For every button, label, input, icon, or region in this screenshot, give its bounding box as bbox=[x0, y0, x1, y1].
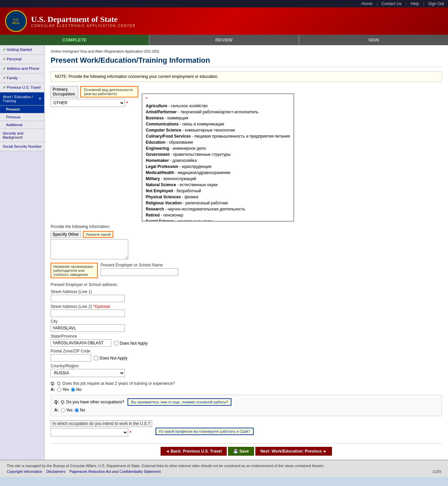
footer-text: This site is managed by the Bureau of Co… bbox=[7, 464, 441, 468]
occ-item-not-employed[interactable]: Not Employed - безработный bbox=[146, 188, 290, 194]
save-button[interactable]: 💾 Save bbox=[228, 447, 254, 456]
occ-item-research[interactable]: Research - научно-исследовательская деят… bbox=[146, 206, 290, 212]
training-yes-radio[interactable] bbox=[57, 388, 61, 392]
other-occ-no-radio[interactable] bbox=[75, 408, 79, 412]
occ-item-artist[interactable]: Artist/Performer - творческий работник/а… bbox=[146, 109, 290, 115]
progress-bar: COMPLETE REVIEW SIGN bbox=[0, 35, 448, 45]
occ-item-government[interactable]: Government - правительственные структуры bbox=[146, 151, 290, 158]
street2-label: Street Address (Line 2) *Optional bbox=[51, 304, 110, 309]
sidebar-item-address[interactable]: ✓ Address and Phone bbox=[0, 64, 44, 74]
sidebar-item-personal[interactable]: ✓ Personal bbox=[0, 55, 44, 64]
specify-other-label: Specify Other bbox=[51, 231, 81, 238]
occ-item-natural-science[interactable]: Natural Science - естественные науки bbox=[146, 182, 290, 188]
street1-input[interactable] bbox=[51, 295, 125, 302]
top-nav: Home | Contact Us | Help | Sign Out bbox=[0, 0, 448, 7]
occ-item-engineering[interactable]: Engineering - инженерное дело bbox=[146, 145, 290, 151]
intend-occupation-section: In which occupation do you intend to wor… bbox=[51, 420, 442, 436]
other-occ-yes-label: Yes bbox=[61, 408, 73, 412]
seal-icon: U.S.SEAL bbox=[5, 10, 27, 32]
signout-link[interactable]: Sign Out bbox=[428, 1, 444, 6]
next-button[interactable]: Next: Work/Education: Previous ► bbox=[255, 447, 332, 456]
sidebar-subitem-additional[interactable]: Additional bbox=[0, 121, 44, 129]
training-q-text: Q: Does this job require at least 2 year… bbox=[57, 381, 175, 386]
content-area: Online Immigrant Visa and Alien Registra… bbox=[45, 45, 448, 460]
sidebar-subitem-previous[interactable]: Previous bbox=[0, 113, 44, 121]
help-link[interactable]: Help bbox=[411, 1, 419, 6]
note-box: NOTE: Provide the following information … bbox=[51, 71, 442, 82]
occ-item-retired[interactable]: Retired - пенсионер bbox=[146, 212, 290, 218]
sidebar-item-previous-travel[interactable]: ✓ Previous U.S. Travel bbox=[0, 83, 44, 92]
training-question: Q: Q: Does this job require at least 2 y… bbox=[51, 381, 442, 392]
sidebar-item-security[interactable]: Security and Background bbox=[0, 129, 44, 142]
required-icon: * bbox=[126, 101, 128, 106]
occ-item-computer-science[interactable]: Computer Science - компьютерные технолог… bbox=[146, 127, 290, 133]
state-dna-label: Does Not Apply bbox=[120, 341, 148, 346]
zip-does-not-apply-checkbox[interactable] bbox=[94, 356, 98, 360]
sidebar-item-family[interactable]: ✓ Family bbox=[0, 74, 44, 83]
zip-label: Postal Zone/ZIP Code bbox=[51, 349, 90, 353]
other-occ-no-label: No bbox=[75, 408, 85, 412]
footer-code: (120) bbox=[432, 469, 441, 474]
zip-input[interactable] bbox=[51, 354, 91, 362]
occ-item-medical[interactable]: Medical/Health - медицина/здравоохранени… bbox=[146, 170, 290, 176]
occ-item-agriculture[interactable]: Agriculture - сельское хозяйство bbox=[146, 103, 290, 109]
training-no-radio[interactable] bbox=[71, 388, 75, 392]
country-select[interactable]: RUSSIA bbox=[51, 369, 125, 377]
street2-input[interactable] bbox=[51, 310, 125, 317]
state-label: State/Province bbox=[51, 334, 77, 339]
training-q-label: Q: bbox=[51, 381, 55, 386]
sidebar-item-work-education[interactable]: Work / Education / Training ▼ bbox=[0, 92, 44, 106]
provide-info-label: Provide the following information: bbox=[51, 224, 442, 229]
occupation-tooltip: Основной вид деятельности (кем вы работа… bbox=[80, 86, 138, 97]
intend-occupation-label: In which occupation do you intend to wor… bbox=[51, 420, 152, 427]
occ-item-military[interactable]: Military - военнослужащий bbox=[146, 176, 290, 182]
primary-occupation-select[interactable]: OTHER Agriculture Artist/Performer Busin… bbox=[51, 99, 125, 107]
state-input[interactable] bbox=[51, 339, 111, 347]
specify-other-textarea[interactable] bbox=[51, 239, 128, 259]
country-label: Country/Region bbox=[51, 364, 79, 368]
breadcrumb: Online Immigrant Visa and Alien Registra… bbox=[51, 49, 442, 53]
training-no-label: No bbox=[71, 387, 81, 392]
occ-item-social-science[interactable]: Social Science - социальные науки bbox=[146, 218, 290, 222]
occ-item-religious[interactable]: Religious Vocation - религиозный работни… bbox=[146, 200, 290, 206]
occ-item-business[interactable]: Business - коммерция bbox=[146, 115, 290, 121]
occ-item-physical-sciences[interactable]: Physical Sciences - физика bbox=[146, 194, 290, 200]
progress-sign: SIGN bbox=[299, 35, 448, 45]
specify-other-tooltip: Укажите какой bbox=[83, 231, 113, 238]
occ-item-legal[interactable]: Legal Profession - юриспруденция bbox=[146, 164, 290, 170]
employer-input[interactable] bbox=[101, 268, 178, 276]
progress-review: REVIEW bbox=[149, 35, 299, 45]
sidebar: ✓ Getting Started ✓ Personal ✓ Address a… bbox=[0, 45, 45, 460]
occ-item-culinary[interactable]: Culinary/Food Services - пищевая промышл… bbox=[146, 133, 290, 139]
address-section: Present Employer or School address: Stre… bbox=[51, 282, 442, 377]
footer: This site is managed by the Bureau of Co… bbox=[0, 460, 448, 477]
sidebar-item-getting-started[interactable]: ✓ Getting Started bbox=[0, 45, 44, 55]
occ-item-communications[interactable]: Communications - связь и коммуникации bbox=[146, 121, 290, 127]
zip-dna-label: Does Not Apply bbox=[100, 356, 128, 361]
other-occ-yes-radio[interactable] bbox=[61, 408, 65, 412]
occ-item-homemaker[interactable]: Homemaker - домохозяйка bbox=[146, 158, 290, 164]
other-occ-q-label: Q: bbox=[54, 400, 59, 404]
sidebar-item-ssn[interactable]: Social Security Number bbox=[0, 142, 44, 151]
paperwork-link[interactable]: Paperwork Reduction Act and Confidential… bbox=[69, 469, 161, 474]
city-input[interactable] bbox=[51, 324, 125, 332]
other-occ-a-label: A: bbox=[54, 408, 59, 412]
occ-item-education[interactable]: Education - образование bbox=[146, 139, 290, 145]
org-tooltip: Название организации-работодателя или уч… bbox=[51, 263, 98, 278]
address-section-label: Present Employer or School address: bbox=[51, 282, 442, 287]
contact-link[interactable]: Contact Us bbox=[382, 1, 401, 6]
state-does-not-apply-checkbox[interactable] bbox=[114, 341, 118, 345]
home-link[interactable]: Home bbox=[362, 1, 372, 6]
street1-label: Street Address (Line 1) bbox=[51, 289, 92, 294]
progress-complete: COMPLETE bbox=[0, 35, 149, 45]
sidebar-subitem-present[interactable]: Present bbox=[0, 106, 44, 113]
training-a-label: A: bbox=[51, 387, 55, 392]
back-button[interactable]: ◄ Back: Previous U.S. Travel bbox=[161, 447, 227, 456]
chevron-down-icon: ▼ bbox=[38, 97, 41, 101]
header-text: U.S. Department of State CONSULAR ELECTR… bbox=[31, 15, 136, 28]
other-occ-q-text: Q: Do you have other occupations? bbox=[61, 400, 124, 404]
disclaimers-link[interactable]: Disclaimers bbox=[46, 469, 65, 474]
intend-occupation-select[interactable]: Agriculture Business Other bbox=[51, 428, 128, 436]
copyright-link[interactable]: Copyright Information bbox=[7, 469, 42, 474]
page-title: Present Work/Education/Training Informat… bbox=[51, 56, 442, 67]
